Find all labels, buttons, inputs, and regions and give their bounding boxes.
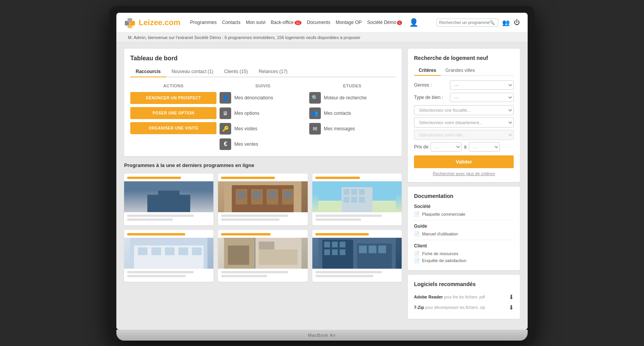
7zip-name: 7-Zip bbox=[414, 305, 424, 310]
tab-criteres[interactable]: Critères bbox=[414, 66, 441, 76]
svg-rect-44 bbox=[332, 249, 337, 255]
svg-rect-12 bbox=[269, 191, 276, 199]
suivis-denonciations[interactable]: 👤 Mes dénonciations bbox=[220, 92, 306, 104]
tab-raccourcis[interactable]: Raccourcis bbox=[130, 66, 166, 77]
search-input[interactable] bbox=[439, 20, 489, 25]
svg-rect-45 bbox=[339, 249, 345, 255]
more-criteria-link[interactable]: Rechercher avec plus de critères bbox=[414, 171, 514, 176]
doc-section-client: Client bbox=[414, 243, 514, 249]
validate-button[interactable]: Valider bbox=[414, 155, 514, 168]
doc-manuel[interactable]: 📄 Manuel d'utilisation bbox=[414, 230, 514, 237]
prix-de-select[interactable]: ... bbox=[431, 142, 462, 152]
tab-clients[interactable]: Clients (15) bbox=[219, 66, 253, 77]
doc-section-guide: Guide bbox=[414, 223, 514, 229]
nav-programmes[interactable]: Programmes bbox=[190, 20, 217, 25]
etudes-contacts[interactable]: 👥 Mes contacts bbox=[309, 107, 395, 119]
prog-label-bar-3 bbox=[315, 177, 360, 179]
doc-enquete[interactable]: 📄 Enquête de satisfaction bbox=[414, 257, 514, 264]
add-user-icon[interactable]: 👥 bbox=[502, 19, 510, 26]
programme-card-4[interactable] bbox=[124, 230, 213, 282]
etudes-messages[interactable]: ✉ Mes messages bbox=[309, 123, 395, 135]
pdf-icon-3: 📄 bbox=[414, 251, 420, 256]
svg-rect-27 bbox=[165, 247, 175, 255]
nav-mon-suivi[interactable]: Mon suivi bbox=[246, 20, 266, 25]
logiciels-title: Logiciels recommandés bbox=[414, 281, 514, 287]
nav-back-office[interactable]: Back-office11 bbox=[271, 20, 302, 25]
tab-grandes-villes[interactable]: Grandes villes bbox=[441, 66, 479, 76]
tab-relances[interactable]: Relances (17) bbox=[253, 66, 293, 77]
doc-plaquette[interactable]: 📄 Plaquette commerciale bbox=[414, 211, 514, 218]
svg-rect-11 bbox=[253, 191, 261, 199]
doc-section-societe: Société bbox=[414, 204, 514, 209]
ventes-icon: € bbox=[220, 138, 231, 150]
programme-card-2[interactable] bbox=[218, 174, 307, 225]
nav-societe-demo[interactable]: Société Démo1 bbox=[367, 20, 402, 25]
tab-nouveau-contact[interactable]: Nouveau contact (1) bbox=[166, 66, 219, 77]
svg-rect-18 bbox=[351, 189, 357, 195]
search-box[interactable]: 🔍 bbox=[436, 19, 498, 27]
prog-text-6 bbox=[312, 269, 402, 282]
logo-text: Leizee.com bbox=[139, 18, 181, 27]
suivis-ventes[interactable]: € Mes ventes bbox=[220, 138, 306, 150]
prog-label-bar-2 bbox=[221, 177, 275, 179]
genres-select[interactable]: --- bbox=[450, 80, 514, 90]
suivis-options[interactable]: 🖥 Mes options bbox=[220, 107, 306, 119]
documentation-title: Documentation bbox=[414, 193, 514, 199]
nav-documents[interactable]: Documents bbox=[307, 20, 331, 25]
power-icon[interactable]: ⏻ bbox=[514, 19, 520, 26]
software-adobe: Adobe Reader pour lire les fichiers .pdf… bbox=[414, 292, 514, 302]
type-bien-select[interactable]: --- bbox=[450, 93, 514, 102]
svg-rect-40 bbox=[324, 242, 330, 247]
doc-fiche-resources[interactable]: 📄 Fiche de resources bbox=[414, 250, 514, 257]
nav-montage-op[interactable]: Montage OP bbox=[336, 20, 361, 25]
svg-rect-26 bbox=[152, 247, 161, 255]
prog-text-2 bbox=[218, 212, 307, 225]
suivis-visites[interactable]: 🔑 Mes visites bbox=[220, 123, 306, 135]
messages-icon: ✉ bbox=[309, 123, 321, 135]
programme-card-5[interactable] bbox=[218, 230, 307, 282]
prog-line bbox=[221, 215, 288, 217]
nav-links: Programmes Contacts Mon suivi Back-offic… bbox=[190, 18, 433, 27]
adobe-info: Adobe Reader pour lire les fichiers .pdf bbox=[414, 295, 485, 299]
departement-select[interactable]: Sélectionnez votre département... bbox=[414, 118, 514, 128]
moteur-icon: 🔍 bbox=[309, 92, 321, 104]
programme-card-1[interactable] bbox=[124, 174, 213, 225]
type-bien-row: Type de bien : --- bbox=[414, 93, 514, 102]
etudes-column-header: ETUDES bbox=[309, 84, 395, 88]
fiscalite-select[interactable]: Sélectionnez une fiscalité... bbox=[414, 105, 514, 115]
actions-grid: ACTIONS DÉNONCER UN PROSPECT POSER UNE O… bbox=[130, 84, 395, 150]
svg-rect-41 bbox=[332, 242, 337, 247]
prix-a-select[interactable]: ... bbox=[469, 142, 500, 152]
svg-rect-13 bbox=[284, 191, 292, 199]
svg-rect-25 bbox=[138, 247, 148, 255]
denoncer-prospect-btn[interactable]: DÉNONCER UN PROSPECT bbox=[130, 92, 216, 104]
7zip-download-icon[interactable]: ⬇ bbox=[509, 304, 514, 311]
prog-line bbox=[127, 271, 194, 273]
actions-column-header: ACTIONS bbox=[130, 84, 216, 88]
adobe-download-icon[interactable]: ⬇ bbox=[509, 293, 514, 301]
nav-contacts[interactable]: Contacts bbox=[222, 20, 240, 25]
prog-label-bar-5 bbox=[221, 233, 270, 235]
user-avatar-icon: 👤 bbox=[409, 18, 419, 27]
prog-line bbox=[221, 275, 267, 277]
etudes-list: 🔍 Moteur de recherche 👥 Mes contacts ✉ M bbox=[309, 92, 395, 135]
programme-card-3[interactable] bbox=[312, 174, 402, 225]
prog-image-6 bbox=[312, 238, 402, 269]
prog-line bbox=[127, 215, 194, 217]
7zip-info: 7-Zip pour décompresser les fichiers .zi… bbox=[414, 305, 485, 310]
price-row: Prix de ... à ... bbox=[414, 142, 514, 152]
svg-rect-29 bbox=[192, 247, 202, 255]
poser-option-btn[interactable]: POSER UNE OPTION bbox=[130, 107, 216, 119]
prog-text-3 bbox=[312, 212, 402, 225]
prog-image-4 bbox=[124, 238, 213, 269]
programme-card-6[interactable] bbox=[312, 230, 402, 282]
logo[interactable]: Leizee.com bbox=[124, 16, 181, 29]
prog-line bbox=[127, 275, 186, 277]
etudes-moteur[interactable]: 🔍 Moteur de recherche bbox=[309, 92, 395, 104]
organiser-visite-btn[interactable]: ORGANISER UNE VISITE bbox=[130, 122, 216, 134]
pdf-icon-4: 📄 bbox=[414, 258, 420, 263]
ville-select[interactable]: Sélectionnez votre ville... bbox=[414, 130, 514, 140]
prog-image-3 bbox=[312, 181, 402, 212]
type-bien-label: Type de bien : bbox=[414, 95, 447, 100]
svg-rect-17 bbox=[343, 189, 349, 195]
